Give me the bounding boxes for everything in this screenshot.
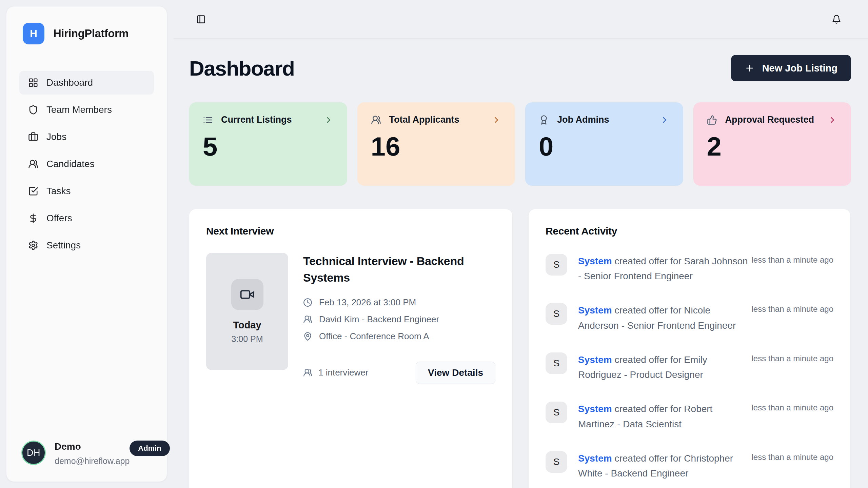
stat-label: Total Applicants xyxy=(389,115,459,125)
interview-footer: 1 interviewer View Details xyxy=(303,362,495,384)
sidebar-item-jobs[interactable]: Jobs xyxy=(19,125,154,149)
new-job-listing-button[interactable]: New Job Listing xyxy=(731,55,851,81)
activity-avatar: S xyxy=(546,303,567,325)
chevron-right-icon xyxy=(659,115,670,125)
stat-label: Approval Requested xyxy=(725,115,814,125)
thumbs-up-icon xyxy=(707,115,717,125)
video-icon-box xyxy=(231,279,263,310)
chevron-right-icon xyxy=(323,115,334,125)
sidebar-item-label: Settings xyxy=(46,240,81,251)
user-chip[interactable]: DH Demo demo@hireflow.app Admin xyxy=(21,441,153,466)
activity-timestamp: less than a minute ago xyxy=(752,352,834,363)
stats-row: Current Listings 5 Total Applicants 16 J… xyxy=(189,102,851,186)
content: Dashboard New Job Listing Current Listin… xyxy=(173,55,868,488)
next-interview-panel: Next Interview Today 3:00 PM Technical I… xyxy=(189,209,512,488)
new-job-listing-label: New Job Listing xyxy=(762,63,837,74)
stat-head: Total Applicants xyxy=(371,115,502,125)
page-title: Dashboard xyxy=(189,56,294,80)
app-name: HiringPlatform xyxy=(53,27,129,40)
users-icon xyxy=(303,315,312,324)
interview-location: Office - Conference Room A xyxy=(319,331,429,342)
users-icon xyxy=(371,115,381,125)
sidebar-item-label: Tasks xyxy=(46,186,71,197)
stat-card-job-admins[interactable]: Job Admins 0 xyxy=(525,102,683,186)
recent-activity-title: Recent Activity xyxy=(546,225,833,237)
stat-head: Current Listings xyxy=(203,115,334,125)
interview-card: Today 3:00 PM Technical Interview - Back… xyxy=(206,253,495,384)
user-email: demo@hireflow.app xyxy=(55,456,130,466)
stat-label: Current Listings xyxy=(221,115,292,125)
interviewer-count-label: 1 interviewer xyxy=(318,367,368,378)
sidebar-item-label: Dashboard xyxy=(46,77,93,88)
activity-actor-link[interactable]: System xyxy=(578,305,612,316)
stat-head: Approval Requested xyxy=(707,115,838,125)
activity-text: System created offer for Christopher Whi… xyxy=(578,451,752,481)
check-square-icon xyxy=(28,186,38,196)
recent-activity-panel: Recent Activity S System created offer f… xyxy=(529,209,850,488)
sidebar-item-tasks[interactable]: Tasks xyxy=(19,179,154,203)
activity-item: S System created offer for Sarah Johnson… xyxy=(546,254,833,284)
stat-card-total-applicants[interactable]: Total Applicants 16 xyxy=(357,102,515,186)
view-details-button[interactable]: View Details xyxy=(416,362,495,384)
sidebar-item-offers[interactable]: Offers xyxy=(19,206,154,230)
video-icon xyxy=(240,287,255,302)
interview-candidate-row: David Kim - Backend Engineer xyxy=(303,314,495,325)
chevron-right-icon xyxy=(491,115,501,125)
next-interview-title: Next Interview xyxy=(206,225,495,237)
activity-actor-link[interactable]: System xyxy=(578,256,612,266)
activity-timestamp: less than a minute ago xyxy=(752,254,834,265)
sidebar-item-candidates[interactable]: Candidates xyxy=(19,152,154,176)
activity-text: System created offer for Robert Martinez… xyxy=(578,402,752,431)
interview-datetime-row: Feb 13, 2026 at 3:00 PM xyxy=(303,297,495,308)
clock-icon xyxy=(303,298,312,307)
avatar: DH xyxy=(21,441,46,465)
activity-item: S System created offer for Emily Rodrigu… xyxy=(546,352,833,382)
sidebar-item-settings[interactable]: Settings xyxy=(19,233,154,257)
activity-avatar: S xyxy=(546,451,567,473)
title-row: Dashboard New Job Listing xyxy=(189,55,851,81)
user-meta: Demo demo@hireflow.app xyxy=(55,441,130,466)
users-icon xyxy=(303,368,312,377)
activity-actor-link[interactable]: System xyxy=(578,354,612,365)
list-icon xyxy=(203,115,213,125)
sidebar-item-dashboard[interactable]: Dashboard xyxy=(19,71,154,95)
activity-timestamp: less than a minute ago xyxy=(752,451,834,462)
sidebar-item-label: Team Members xyxy=(46,104,112,115)
sidebar-item-label: Offers xyxy=(46,213,72,224)
activity-item: S System created offer for Christopher W… xyxy=(546,451,833,481)
stat-label: Job Admins xyxy=(557,115,609,125)
interview-thumbnail: Today 3:00 PM xyxy=(206,253,288,370)
sidebar-item-team-members[interactable]: Team Members xyxy=(19,98,154,122)
activity-actor-link[interactable]: System xyxy=(578,453,612,464)
bell-icon xyxy=(832,15,841,24)
activity-text: System created offer for Nicole Anderson… xyxy=(578,303,752,333)
role-badge: Admin xyxy=(130,441,170,456)
brand: H HiringPlatform xyxy=(6,6,167,44)
layout-grid-icon xyxy=(28,78,38,88)
notifications-button[interactable] xyxy=(830,13,843,26)
interview-time: 3:00 PM xyxy=(231,334,263,344)
activity-list: S System created offer for Sarah Johnson… xyxy=(546,254,833,488)
stat-card-current-listings[interactable]: Current Listings 5 xyxy=(189,102,347,186)
chevron-right-icon xyxy=(827,115,837,125)
stat-value: 16 xyxy=(371,133,502,160)
interview-datetime: Feb 13, 2026 at 3:00 PM xyxy=(319,297,416,308)
stat-card-approval-requested[interactable]: Approval Requested 2 xyxy=(693,102,851,186)
briefcase-icon xyxy=(28,132,38,142)
interviewer-count: 1 interviewer xyxy=(303,367,368,378)
bottom-row: Next Interview Today 3:00 PM Technical I… xyxy=(189,209,851,488)
plus-icon xyxy=(745,63,755,73)
activity-actor-link[interactable]: System xyxy=(578,404,612,414)
activity-item: S System created offer for Nicole Anders… xyxy=(546,303,833,333)
interview-info: Technical Interview - Backend Systems Fe… xyxy=(303,253,495,384)
stat-value: 0 xyxy=(539,133,670,160)
activity-item: S System created offer for Robert Martin… xyxy=(546,402,833,431)
interview-day: Today xyxy=(233,320,261,331)
sidebar-toggle-button[interactable] xyxy=(194,13,208,26)
activity-text: System created offer for Sarah Johnson -… xyxy=(578,254,752,284)
activity-text: System created offer for Emily Rodriguez… xyxy=(578,352,752,382)
map-pin-icon xyxy=(303,332,312,341)
interview-details: Feb 13, 2026 at 3:00 PM David Kim - Back… xyxy=(303,297,495,348)
users-icon xyxy=(28,159,38,169)
dollar-icon xyxy=(28,213,38,223)
